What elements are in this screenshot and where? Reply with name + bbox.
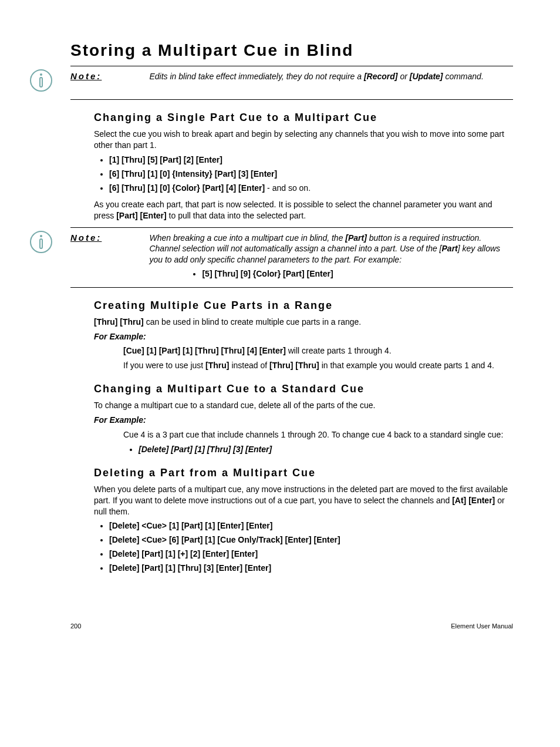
command-text: [6] [Thru] [1] [0] {Color} [Part] [4] [E… — [109, 183, 265, 193]
note-text: Edits in blind take effect immediately, … — [149, 72, 364, 81]
list-item: [6] [Thru] [1] [0] {Color} [Part] [4] [E… — [109, 183, 513, 194]
note-text: When breaking a cue into a multipart cue… — [149, 233, 345, 243]
command-list: [Delete] <Cue> [1] [Part] [1] [Enter] [E… — [109, 520, 513, 574]
svg-point-4 — [40, 235, 42, 237]
example-label: For Example: — [94, 415, 513, 426]
example-text: If you were to use just [Thru] instead o… — [123, 360, 513, 371]
body-text: [Thru] [Thru] can be used in blind to cr… — [94, 317, 513, 328]
key-text: [Thru] — [205, 361, 229, 370]
note-key: [Part] — [345, 233, 367, 243]
section-heading: Changing a Single Part Cue to a Multipar… — [94, 112, 513, 124]
example-block: [Cue] [1] [Part] [1] [Thru] [Thru] [4] [… — [123, 345, 513, 371]
section-single-to-multipart: Changing a Single Part Cue to a Multipar… — [94, 112, 513, 221]
note-label: Note: — [70, 71, 147, 81]
command-text: [Delete] <Cue> [1] [Part] [1] [Enter] [E… — [109, 521, 272, 530]
note-key: Part — [442, 244, 458, 253]
note-key: [Update] — [410, 72, 443, 81]
command-text: [Delete] [Part] [1] [Thru] [3] [Enter] — [139, 445, 272, 454]
text-fragment: can be used in blind to create multiple … — [144, 317, 361, 327]
svg-point-3 — [31, 231, 52, 253]
section-multiple-parts-range: Creating Multiple Cue Parts in a Range [… — [94, 300, 513, 372]
note-label: Note: — [70, 233, 147, 243]
svg-rect-2 — [40, 78, 42, 87]
command-text: [Cue] [1] [Part] [1] [Thru] [Thru] [4] [… — [123, 346, 286, 355]
page-title: Storing a Multipart Cue in Blind — [70, 41, 513, 60]
info-icon — [29, 69, 53, 92]
list-item: [5] [Thru] [9] {Color} [Part] [Enter] — [202, 268, 501, 280]
note-body: Edits in blind take effect immediately, … — [149, 71, 501, 82]
command-text: [1] [Thru] [5] [Part] [2] [Enter] — [109, 155, 222, 164]
svg-point-0 — [31, 70, 52, 91]
command-text: [Delete] <Cue> [6] [Part] [1] [Cue Only/… — [109, 535, 340, 544]
section-heading: Deleting a Part from a Multipart Cue — [94, 467, 513, 479]
list-item: [1] [Thru] [5] [Part] [2] [Enter] — [109, 154, 513, 166]
text-fragment: will create parts 1 through 4. — [286, 346, 392, 355]
note-block-2: Note: When breaking a cue into a multipa… — [70, 227, 513, 287]
section-heading: Creating Multiple Cue Parts in a Range — [94, 300, 513, 312]
command-text: [5] [Thru] [9] {Color} [Part] [Enter] — [202, 269, 333, 278]
command-list: [5] [Thru] [9] {Color} [Part] [Enter] — [202, 268, 501, 280]
example-block: Cue 4 is a 3 part cue that include chann… — [123, 429, 513, 455]
note-body: When breaking a cue into a multipart cue… — [149, 233, 501, 282]
text-fragment: When you delete parts of a multipart cue… — [94, 484, 508, 505]
command-text: [6] [Thru] [1] [0] {Intensity} [Part] [3… — [109, 169, 277, 179]
text-fragment: instead of — [230, 361, 270, 370]
key-text: [Part] [Enter] — [116, 211, 167, 220]
doc-title: Element User Manual — [451, 622, 513, 630]
command-text: [Delete] [Part] [1] [Thru] [3] [Enter] [… — [109, 563, 271, 573]
body-text: When you delete parts of a multipart cue… — [94, 484, 513, 517]
section-deleting-part: Deleting a Part from a Multipart Cue Whe… — [94, 467, 513, 574]
note-key: [Record] — [364, 72, 398, 81]
key-text: [Thru] [Thru] — [269, 361, 319, 370]
list-item: [Delete] [Part] [1] [+] [2] [Enter] [Ent… — [109, 549, 513, 560]
list-item: [6] [Thru] [1] [0] {Intensity} [Part] [3… — [109, 169, 513, 180]
body-text: Select the cue you wish to break apart a… — [94, 129, 513, 151]
info-icon — [29, 230, 53, 254]
list-item: [Delete] [Part] [1] [Thru] [3] [Enter] [… — [109, 563, 513, 574]
page-footer: 200 Element User Manual — [70, 622, 513, 630]
command-list: [1] [Thru] [5] [Part] [2] [Enter] [6] [T… — [109, 154, 513, 194]
note-text: command. — [443, 72, 484, 81]
command-tail: - and so on. — [265, 183, 311, 193]
list-item: [Delete] <Cue> [6] [Part] [1] [Cue Only/… — [109, 534, 513, 546]
list-item: [Delete] <Cue> [1] [Part] [1] [Enter] [E… — [109, 520, 513, 531]
text-fragment: to pull that data into the selected part… — [167, 211, 306, 220]
example-text: [Cue] [1] [Part] [1] [Thru] [Thru] [4] [… — [123, 345, 513, 356]
page-number: 200 — [70, 622, 81, 630]
body-text: As you create each part, that part is no… — [94, 199, 513, 221]
example-text: Cue 4 is a 3 part cue that include chann… — [123, 429, 513, 440]
text-fragment: If you were to use just — [123, 361, 205, 370]
command-list: [Delete] [Part] [1] [Thru] [3] [Enter] — [139, 444, 513, 455]
section-multipart-to-standard: Changing a Multipart Cue to a Standard C… — [94, 383, 513, 455]
list-item: [Delete] [Part] [1] [Thru] [3] [Enter] — [139, 444, 513, 455]
key-text: [At] [Enter] — [452, 496, 495, 505]
example-label: For Example: — [94, 331, 513, 342]
svg-point-1 — [40, 73, 42, 76]
command-text: [Delete] [Part] [1] [+] [2] [Enter] [Ent… — [109, 549, 258, 558]
body-text: To change a multipart cue to a standard … — [94, 400, 513, 411]
note-text: or — [398, 72, 410, 81]
section-heading: Changing a Multipart Cue to a Standard C… — [94, 383, 513, 395]
svg-rect-5 — [40, 239, 42, 248]
key-text: [Thru] [Thru] — [94, 317, 144, 327]
text-fragment: in that example you would create parts 1… — [319, 361, 494, 370]
note-block-1: Note: Edits in blind take effect immedia… — [70, 66, 513, 100]
